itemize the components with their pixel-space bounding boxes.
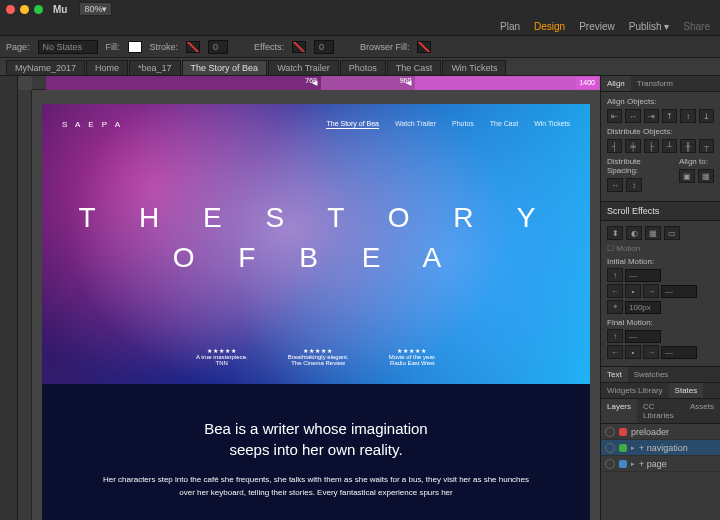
align-vcenter-icon[interactable]: ↕ — [680, 109, 695, 123]
align-to-selection-icon[interactable]: ▣ — [679, 169, 695, 183]
align-hcenter-icon[interactable]: ↔ — [625, 109, 640, 123]
scroll-edge-icon[interactable]: ▭ — [664, 226, 680, 240]
dot-icon[interactable]: • — [625, 284, 641, 298]
speed-field[interactable]: — — [625, 330, 661, 343]
tab-align[interactable]: Align — [601, 76, 631, 91]
breakpoint[interactable]: 1400 — [415, 76, 600, 90]
tab-widgets[interactable]: Widgets Library — [601, 383, 669, 398]
tab-layers[interactable]: Layers — [601, 399, 637, 423]
breakpoint-bar[interactable]: ◀ 768 ◀ 960 1400 — [46, 76, 600, 90]
canvas[interactable]: ◀ 768 ◀ 960 1400 S A E P A The Story of … — [18, 76, 600, 520]
doc-tab[interactable]: Win Tickets — [442, 60, 506, 75]
maximize-button[interactable] — [34, 5, 43, 14]
stroke-swatch[interactable] — [186, 41, 200, 53]
align-top-icon[interactable]: ⤒ — [662, 109, 677, 123]
arrow-right-icon[interactable]: → — [643, 284, 659, 298]
layer-row[interactable]: ▸ + page — [601, 456, 720, 472]
layer-row[interactable]: ▸ + navigation — [601, 440, 720, 456]
dist-space-h-icon[interactable]: ↔ — [607, 178, 623, 192]
keypos-field[interactable]: 100 px — [625, 301, 661, 314]
page-states-dropdown[interactable]: No States — [38, 40, 98, 54]
arrow-left-icon[interactable]: ← — [607, 284, 623, 298]
align-bottom-icon[interactable]: ⤓ — [699, 109, 714, 123]
fill-swatch[interactable] — [128, 41, 142, 53]
minimize-button[interactable] — [20, 5, 29, 14]
dot-icon[interactable]: • — [625, 345, 641, 359]
align-left-icon[interactable]: ⇤ — [607, 109, 622, 123]
arrow-left-icon[interactable]: ← — [607, 345, 623, 359]
tab-swatches[interactable]: Swatches — [628, 367, 675, 382]
doc-tab-active[interactable]: The Story of Bea — [182, 60, 268, 75]
doc-tab[interactable]: MyName_2017 — [6, 60, 85, 75]
page-viewport[interactable]: S A E P A The Story of Bea Watch Trailer… — [42, 104, 590, 520]
dist-space-v-icon[interactable]: ↕ — [626, 178, 642, 192]
nav-link[interactable]: Win Tickets — [534, 120, 570, 129]
nav-link[interactable]: Watch Trailer — [395, 120, 436, 129]
tab-assets[interactable]: Assets — [684, 399, 720, 423]
mode-share[interactable]: Share — [683, 21, 710, 32]
dist-bottom-icon[interactable]: ┬ — [699, 139, 714, 153]
intro-section[interactable]: Bea is a writer whose imagination seeps … — [42, 384, 590, 510]
nav-link[interactable]: Photos — [452, 120, 474, 129]
arrow-up-icon[interactable]: ↑ — [607, 329, 623, 343]
eye-icon[interactable] — [605, 443, 615, 453]
scroll-effects-title[interactable]: Scroll Effects — [601, 202, 720, 221]
doc-tab[interactable]: Watch Trailer — [268, 60, 339, 75]
scroll-opacity-icon[interactable]: ◐ — [626, 226, 642, 240]
breakpoint[interactable]: ◀ 768 — [46, 76, 321, 90]
arrow-up-icon[interactable]: ↑ — [607, 268, 623, 282]
distribute-objects-label: Distribute Objects: — [607, 127, 714, 136]
arrow-right-icon[interactable]: → — [643, 345, 659, 359]
tagline[interactable]: Bea is a writer whose imagination seeps … — [102, 418, 530, 460]
dist-vcenter-icon[interactable]: ╫ — [680, 139, 695, 153]
stroke-width-field[interactable]: 0 — [208, 40, 228, 54]
speed-field[interactable]: — — [661, 285, 697, 298]
dist-top-icon[interactable]: ┴ — [662, 139, 677, 153]
align-to-content-icon[interactable]: ▦ — [698, 169, 714, 183]
close-button[interactable] — [6, 5, 15, 14]
dist-left-icon[interactable]: ┤ — [607, 139, 622, 153]
mode-publish[interactable]: Publish ▾ — [629, 21, 670, 32]
scroll-slideshow-icon[interactable]: ▦ — [645, 226, 661, 240]
mode-preview[interactable]: Preview — [579, 21, 615, 32]
nav-link[interactable]: The Cast — [490, 120, 518, 129]
disclosure-icon[interactable]: ▸ — [631, 460, 635, 468]
effects-swatch[interactable] — [292, 41, 306, 53]
dist-hcenter-icon[interactable]: ╪ — [625, 139, 640, 153]
site-logo[interactable]: S A E P A — [62, 120, 123, 129]
layer-row[interactable]: preloader — [601, 424, 720, 440]
speed-field[interactable]: — — [625, 269, 661, 282]
motion-checkbox-label[interactable]: Motion — [616, 244, 640, 253]
hero-title-line1[interactable]: T H E S T O R Y — [42, 202, 590, 234]
tool-strip[interactable] — [0, 76, 18, 520]
dist-right-icon[interactable]: ├ — [644, 139, 659, 153]
keypos-icon[interactable]: ⌖ — [607, 300, 623, 314]
tab-text[interactable]: Text — [601, 367, 628, 382]
align-right-icon[interactable]: ⇥ — [644, 109, 659, 123]
breakpoint[interactable]: ◀ 960 — [321, 76, 415, 90]
doc-tab[interactable]: Photos — [340, 60, 386, 75]
mode-plan[interactable]: Plan — [500, 21, 520, 32]
effects-opacity-field[interactable]: 0 — [314, 40, 334, 54]
hero-title-line2[interactable]: O F B E A — [42, 242, 590, 274]
tab-states[interactable]: States — [669, 383, 704, 398]
doc-tab[interactable]: *bea_17 — [129, 60, 181, 75]
zoom-dropdown[interactable]: 80% ▾ — [79, 2, 112, 16]
mode-design[interactable]: Design — [534, 21, 565, 32]
scroll-motion-icon[interactable]: ⬍ — [607, 226, 623, 240]
browser-fill-swatch[interactable] — [417, 41, 431, 53]
nav-link[interactable]: The Story of Bea — [326, 120, 379, 129]
body-copy[interactable]: Her characters step into the café she fr… — [102, 474, 530, 500]
hero-section[interactable]: S A E P A The Story of Bea Watch Trailer… — [42, 104, 590, 384]
speed-field[interactable]: — — [661, 346, 697, 359]
tab-cc-libraries[interactable]: CC Libraries — [637, 399, 684, 423]
doc-tab[interactable]: Home — [86, 60, 128, 75]
reviews-row[interactable]: ★★★★★ A true masterpiece. TNN ★★★★★ Brea… — [42, 347, 590, 366]
ruler-horizontal: ◀ 768 ◀ 960 1400 — [32, 76, 600, 90]
disclosure-icon[interactable]: ▸ — [631, 444, 635, 452]
doc-tab[interactable]: The Cast — [387, 60, 442, 75]
eye-icon[interactable] — [605, 427, 615, 437]
tab-transform[interactable]: Transform — [631, 76, 679, 91]
eye-icon[interactable] — [605, 459, 615, 469]
review-source: Radio East West — [389, 360, 436, 366]
